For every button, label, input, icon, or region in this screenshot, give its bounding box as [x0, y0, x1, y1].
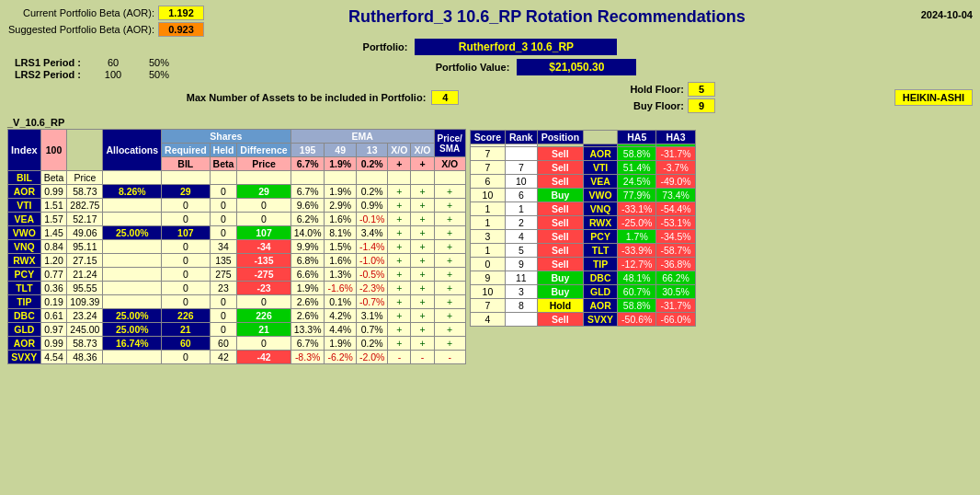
- held-cell: 42: [210, 351, 237, 364]
- beta-cell: 0.99: [40, 337, 67, 351]
- required-cell: 21: [162, 323, 211, 337]
- ema-cell: -1.4%: [356, 240, 387, 254]
- score-cell: 9: [470, 271, 505, 285]
- ema-cell: -2.3%: [356, 282, 387, 295]
- alloc-cell: [103, 268, 162, 282]
- xo-cell: +: [434, 268, 465, 282]
- position-cell: Sell: [537, 202, 583, 216]
- pv-label: Portfolio Value:: [436, 62, 510, 73]
- price-cell: 95.11: [67, 240, 103, 254]
- right-table-row: 103BuyGLD60.7%30.5%: [470, 285, 695, 299]
- alloc-cell: [103, 199, 162, 213]
- right-table-row: 09SellTIP-12.7%-36.8%: [470, 258, 695, 271]
- table-row: SVXY4.5448.36042-42-8.3%-6.2%-2.0%---: [8, 351, 466, 364]
- xo-cell: +: [388, 337, 411, 351]
- right-ticker-cell: VTI: [584, 161, 618, 175]
- diff-cell: 21: [237, 323, 291, 337]
- lrs2-pct: 50%: [145, 69, 173, 80]
- price-cell: 49.06: [67, 226, 103, 240]
- ha3-cell: -53.1%: [656, 216, 695, 230]
- lrs1-label: LRS1 Period :: [7, 57, 81, 68]
- xo-cell: -: [388, 351, 411, 364]
- col-price: Price: [237, 157, 291, 171]
- right-ticker-cell: AOR: [584, 147, 618, 161]
- hold-floor-label: Hold Floor:: [620, 84, 684, 95]
- right-ticker-cell: SVXY: [584, 313, 618, 327]
- position-cell: Sell: [537, 175, 583, 189]
- beta-cell: 1.20: [40, 254, 67, 268]
- buy-floor-label: Buy Floor:: [620, 100, 684, 111]
- diff-cell: -42: [237, 351, 291, 364]
- diff-cell: 0: [237, 199, 291, 213]
- right-ticker-cell: AOR: [584, 299, 618, 313]
- table-row: AOR0.9958.7316.74%606006.7%1.9%0.2%+++: [8, 337, 466, 351]
- beta-cell: 1.51: [40, 199, 67, 213]
- held-cell: 0: [210, 309, 237, 323]
- ema-cell: -0.7%: [356, 295, 387, 309]
- xo-cell: +: [388, 199, 411, 213]
- ema-cell: 1.3%: [325, 268, 356, 282]
- ticker-cell: PCY: [8, 268, 41, 282]
- xo-cell: +: [388, 295, 411, 309]
- xo-cell: +: [388, 282, 411, 295]
- alloc-cell: [103, 171, 162, 185]
- right-ticker-cell: PCY: [584, 230, 618, 244]
- ema-cell: 0.2%: [356, 185, 387, 199]
- col-e195: 6.7%: [291, 157, 325, 171]
- col-e49: 1.9%: [325, 157, 356, 171]
- position-cell: Buy: [537, 271, 583, 285]
- heikin-button[interactable]: HEIKIN-ASHI: [895, 89, 973, 106]
- diff-cell: 226: [237, 309, 291, 323]
- required-cell: 0: [162, 213, 211, 226]
- max-assets-section: Max Number of Assets to be included in P…: [187, 90, 460, 105]
- score-cell: 1: [470, 202, 505, 216]
- xo-cell: +: [388, 240, 411, 254]
- ema-cell: [356, 171, 387, 185]
- col-xo2h: +: [411, 157, 434, 171]
- ema-cell: 1.9%: [325, 337, 356, 351]
- ticker-cell: TLT: [8, 282, 41, 295]
- ema-cell: 3.1%: [356, 309, 387, 323]
- xo-cell: +: [434, 254, 465, 268]
- diff-cell: -34: [237, 240, 291, 254]
- table-row: VEA1.5752.170006.2%1.6%-0.1%+++: [8, 213, 466, 226]
- lrs-section: LRS1 Period : 60 50% LRS2 Period : 100 5…: [7, 57, 191, 80]
- ema-cell: -1.6%: [325, 282, 356, 295]
- ema-cell: 9.9%: [291, 240, 325, 254]
- rank-cell: 3: [505, 285, 537, 299]
- floors-section: Hold Floor: 5 Buy Floor: 9: [620, 82, 715, 113]
- right-table-row: 4SellSVXY-50.6%-66.0%: [470, 313, 695, 327]
- xo-cell: +: [411, 185, 434, 199]
- ha5-cell: 58.8%: [618, 299, 656, 313]
- alloc-cell: 25.00%: [103, 309, 162, 323]
- right-ticker-cell: VEA: [584, 175, 618, 189]
- rank-cell: [505, 313, 537, 327]
- xo-cell: +: [434, 295, 465, 309]
- ema-cell: 0.1%: [325, 295, 356, 309]
- xo-cell: +: [434, 199, 465, 213]
- buy-floor-value: 9: [688, 98, 715, 113]
- held-cell: 23: [210, 282, 237, 295]
- diff-cell: 0: [237, 337, 291, 351]
- ha5-cell: 58.8%: [618, 147, 656, 161]
- table-row: VTI1.51282.750009.6%2.9%0.9%+++: [8, 199, 466, 213]
- held-cell: 0: [210, 199, 237, 213]
- beta-cell: 1.45: [40, 226, 67, 240]
- beta-cell: 1.57: [40, 213, 67, 226]
- position-cell: Buy: [537, 285, 583, 299]
- ema-cell: [291, 171, 325, 185]
- xo-cell: +: [411, 268, 434, 282]
- xo-cell: +: [411, 213, 434, 226]
- score-cell: 0: [470, 258, 505, 271]
- beta-cell: 0.99: [40, 185, 67, 199]
- table-row: AOR0.9958.738.26%290296.7%1.9%0.2%+++: [8, 185, 466, 199]
- xo-cell: +: [388, 309, 411, 323]
- suggested-beta-value: 0.923: [158, 22, 204, 37]
- page-wrapper: Current Portfolio Beta (AOR): 1.192 Sugg…: [0, 0, 980, 370]
- ticker-cell: AOR: [8, 337, 41, 351]
- rank-cell: 5: [505, 244, 537, 258]
- right-ticker-cell: RWX: [584, 216, 618, 230]
- xo-cell: +: [388, 213, 411, 226]
- xo-cell: +: [388, 226, 411, 240]
- left-stats: Current Portfolio Beta (AOR): 1.192 Sugg…: [7, 6, 204, 37]
